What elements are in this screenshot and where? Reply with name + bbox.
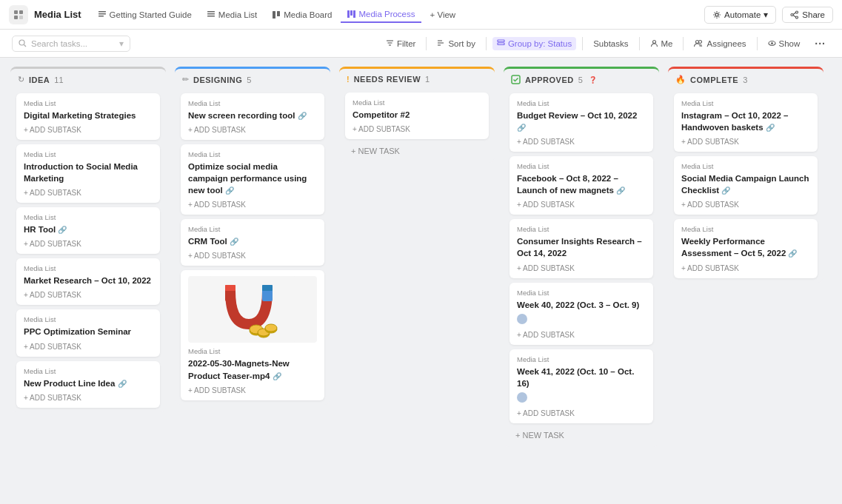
me-icon [650, 39, 658, 47]
tab-media-board[interactable]: Media Board [266, 7, 338, 22]
card-hr-tool[interactable]: Media List HR Tool 🔗 + ADD SUBTASK [16, 207, 160, 254]
svg-point-35 [771, 42, 773, 44]
link-icon: 🔗 [788, 249, 797, 258]
add-subtask-btn[interactable]: + ADD SUBTASK [188, 201, 317, 209]
svg-line-22 [24, 45, 27, 47]
tab-media-process[interactable]: Media Process [341, 7, 421, 23]
card-week41[interactable]: Media List Week 41, 2022 (Oct. 10 – Oct.… [509, 349, 653, 423]
card-budget-review[interactable]: Media List Budget Review – Oct 10, 2022 … [509, 93, 653, 152]
card-instagram[interactable]: Media List Instagram – Oct 10, 2022 – Ha… [674, 93, 818, 152]
me-button[interactable]: Me [646, 37, 678, 50]
gear-icon [712, 10, 721, 19]
automate-button[interactable]: Automate ▾ [704, 6, 776, 24]
svg-rect-3 [19, 16, 23, 19]
add-subtask-btn[interactable]: + ADD SUBTASK [188, 386, 317, 394]
column-header-needs-review: ! NEEDS REVIEW 1 [339, 67, 495, 88]
add-subtask-btn[interactable]: + ADD SUBTASK [681, 138, 810, 146]
card-week40[interactable]: Media List Week 40, 2022 (Oct. 3 – Oct. … [509, 283, 653, 345]
more-button[interactable]: ··· [810, 36, 830, 52]
avatar [517, 392, 527, 403]
approved-icon [511, 75, 521, 84]
add-subtask-btn[interactable]: + ADD SUBTASK [517, 201, 646, 209]
column-header-approved: APPROVED 5 ❓ [504, 67, 659, 89]
card-social-media-marketing[interactable]: Media List Introduction to Social Media … [16, 144, 160, 203]
link-icon: 🔗 [273, 372, 281, 380]
link-icon: 🔗 [517, 124, 526, 132]
svg-rect-40 [262, 285, 273, 291]
add-subtask-btn[interactable]: + ADD SUBTASK [24, 394, 153, 402]
card-market-research[interactable]: Media List Market Research – Oct 10, 202… [16, 258, 160, 305]
app-title: Media List [34, 9, 81, 20]
card-facebook-magnets[interactable]: Media List Facebook – Oct 8, 2022 – Laun… [509, 156, 653, 215]
svg-rect-2 [14, 16, 18, 19]
tab-view[interactable]: + View [424, 7, 462, 22]
idea-icon: ↻ [18, 75, 24, 84]
add-subtask-btn[interactable]: + ADD SUBTASK [24, 240, 153, 248]
card-social-campaign[interactable]: Media List Social Media Campaign Launch … [674, 156, 818, 215]
svg-rect-29 [498, 40, 504, 42]
add-subtask-btn[interactable]: + ADD SUBTASK [24, 126, 153, 134]
add-subtask-btn[interactable]: + ADD SUBTASK [188, 252, 317, 260]
group-by-button[interactable]: Group by: Status [492, 37, 576, 50]
show-icon [768, 39, 776, 47]
assignees-button[interactable]: Assignees [689, 37, 750, 50]
tab-getting-started[interactable]: Getting Started Guide [92, 7, 198, 22]
add-subtask-btn[interactable]: + ADD SUBTASK [24, 189, 153, 197]
column-header-designing: ✏ DESIGNING 5 [175, 67, 330, 89]
svg-rect-9 [207, 16, 215, 17]
column-idea-body: Media List Digital Marketing Strategies … [10, 89, 166, 412]
svg-rect-12 [347, 10, 350, 18]
svg-rect-13 [350, 10, 352, 16]
add-subtask-btn[interactable]: + ADD SUBTASK [517, 331, 646, 339]
show-button[interactable]: Show [764, 37, 805, 50]
column-header-idea: ↻ IDEA 11 [10, 67, 166, 89]
tab-media-list[interactable]: Media List [201, 7, 263, 22]
filter-button[interactable]: Filter [381, 37, 421, 50]
app-logo [9, 5, 28, 24]
card-screen-recording[interactable]: Media List New screen recording tool 🔗 +… [181, 93, 324, 140]
card-magnets-video[interactable]: Media List 2022-05-30-Magnets-New Produc… [181, 270, 324, 400]
sort-by-button[interactable]: Sort by [432, 37, 479, 50]
add-subtask-btn[interactable]: + ADD SUBTASK [24, 343, 153, 351]
add-subtask-btn[interactable]: + ADD SUBTASK [352, 125, 481, 133]
subtasks-button[interactable]: Subtasks [589, 37, 632, 50]
link-icon: 🔗 [58, 226, 67, 234]
card-competitor2[interactable]: Media List Competitor #2 + ADD SUBTASK [345, 93, 489, 139]
search-box[interactable]: Search tasks... ▾ [12, 36, 130, 52]
column-needs-review-body: Media List Competitor #2 + ADD SUBTASK +… [339, 88, 495, 163]
link-icon: 🔗 [230, 238, 238, 246]
group-icon [497, 39, 505, 47]
svg-rect-8 [207, 13, 215, 15]
link-icon: 🔗 [616, 187, 625, 195]
column-designing: ✏ DESIGNING 5 Media List New screen reco… [175, 67, 330, 405]
card-weekly-performance[interactable]: Media List Weekly Performance Assessment… [674, 219, 818, 278]
svg-rect-7 [207, 11, 215, 13]
sort-icon [437, 39, 445, 47]
card-new-product-line[interactable]: Media List New Product Line Idea 🔗 + ADD… [16, 361, 160, 408]
svg-rect-30 [498, 43, 504, 45]
add-subtask-btn[interactable]: + ADD SUBTASK [517, 138, 646, 146]
card-consumer-insights[interactable]: Media List Consumer Insights Research – … [509, 219, 653, 278]
add-subtask-btn[interactable]: + ADD SUBTASK [24, 291, 153, 299]
svg-point-31 [652, 41, 655, 44]
add-subtask-btn[interactable]: + ADD SUBTASK [517, 264, 646, 272]
complete-icon: 🔥 [675, 75, 686, 84]
toolbar: Search tasks... ▾ Filter Sort by Group b… [0, 30, 842, 58]
card-crm-tool[interactable]: Media List CRM Tool 🔗 + ADD SUBTASK [181, 219, 324, 266]
add-subtask-btn[interactable]: + ADD SUBTASK [517, 409, 646, 417]
add-subtask-btn[interactable]: + ADD SUBTASK [681, 201, 810, 209]
assignees-icon [694, 39, 704, 47]
card-ppc[interactable]: Media List PPC Optimization Seminar + AD… [16, 309, 160, 356]
column-idea: ↻ IDEA 11 Media List Digital Marketing S… [10, 67, 166, 412]
link-icon: 🔗 [721, 187, 730, 195]
column-approved-body: Media List Budget Review – Oct 10, 2022 … [504, 89, 659, 447]
column-approved: APPROVED 5 ❓ Media List Budget Review – … [504, 67, 659, 447]
add-subtask-btn[interactable]: + ADD SUBTASK [188, 126, 317, 134]
add-subtask-btn[interactable]: + ADD SUBTASK [681, 264, 810, 272]
new-task-button[interactable]: + NEW TASK [509, 428, 653, 443]
share-button[interactable]: Share [782, 7, 833, 23]
svg-point-17 [796, 16, 798, 19]
card-optimize-social[interactable]: Media List Optimize social media campaig… [181, 144, 324, 215]
new-task-button[interactable]: + NEW TASK [345, 144, 489, 158]
card-digital-marketing[interactable]: Media List Digital Marketing Strategies … [16, 93, 160, 140]
